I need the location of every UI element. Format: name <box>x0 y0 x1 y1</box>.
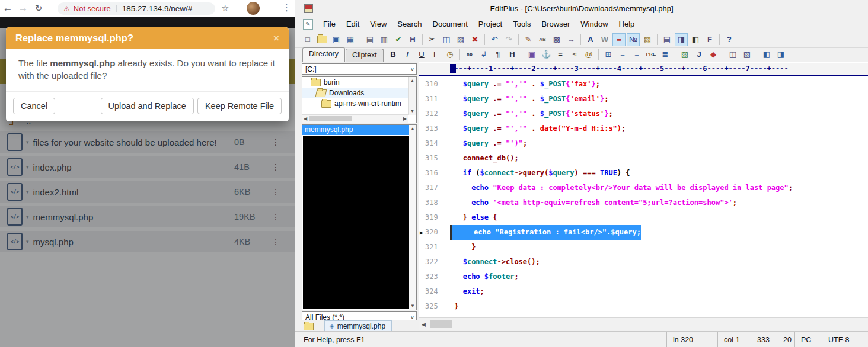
tree-item-api-ms-win-crt-runtim[interactable]: api-ms-win-crt-runtim <box>302 98 416 109</box>
code-editor[interactable]: ----+----1----+----2----+----3----+----4… <box>419 62 868 317</box>
tree-item-downloads[interactable]: Downloads <box>302 88 416 98</box>
new-file-button[interactable]: □ <box>301 33 314 46</box>
java-applet-button[interactable]: J <box>693 48 706 61</box>
tree-horizontal-scrollbar[interactable]: ◀ ▶ <box>302 114 408 123</box>
line-break-button[interactable]: ↲ <box>477 48 490 61</box>
editor-horizontal-scrollbar[interactable]: ◀ <box>419 317 868 330</box>
menu-help[interactable]: Help <box>614 20 640 28</box>
script-tag-button[interactable]: ▨ <box>678 48 691 61</box>
redo-button[interactable]: ↷ <box>502 33 515 46</box>
mailto-button[interactable]: @ <box>582 48 595 61</box>
spell-check-button[interactable]: ✔ <box>392 33 405 46</box>
match-brace-button[interactable]: AB <box>536 33 549 46</box>
menu-tools[interactable]: Tools <box>508 20 536 28</box>
font-button[interactable]: A <box>584 33 597 46</box>
paste-button[interactable]: ▨ <box>454 33 467 46</box>
menu-view[interactable]: View <box>365 20 392 28</box>
highlight-marker-button[interactable]: ✎ <box>522 33 535 46</box>
copy-tag-button[interactable]: ◫ <box>726 48 739 61</box>
filelist-vertical-scrollbar[interactable]: ▲ ▼ <box>409 125 416 310</box>
align-left-button[interactable]: ≡ <box>616 48 629 61</box>
show-marks-button[interactable]: ≡ <box>612 33 626 46</box>
upload-and-replace-button[interactable]: Upload and Replace <box>101 98 194 114</box>
horizontal-rule-button[interactable]: = <box>554 48 567 61</box>
nbsp-button[interactable]: nb <box>463 48 476 61</box>
print-preview-button[interactable]: ▤ <box>363 33 376 46</box>
duplicate-line-button[interactable]: ▩ <box>550 33 563 46</box>
scrollbar-thumb[interactable] <box>430 320 452 328</box>
color-picker-button[interactable]: ◆ <box>707 48 720 61</box>
tree-vertical-scrollbar[interactable]: ▲ ▼ <box>408 77 416 115</box>
menu-project[interactable]: Project <box>473 20 508 28</box>
keep-remote-file-button[interactable]: Keep Remote File <box>197 98 282 114</box>
cut-button[interactable]: ✂ <box>426 33 439 46</box>
bold-button[interactable]: B <box>387 48 400 61</box>
menu-edit[interactable]: Edit <box>341 20 365 28</box>
cancel-button[interactable]: Cancel <box>13 98 55 114</box>
directory-window-button[interactable]: ◨ <box>675 33 688 46</box>
scroll-left-icon[interactable]: ◀ <box>419 322 428 327</box>
italic-button[interactable]: I <box>401 48 414 61</box>
scroll-up-icon[interactable]: ▲ <box>410 78 415 83</box>
not-secure-label[interactable]: Not secure <box>74 4 111 13</box>
reload-icon[interactable]: ↻ <box>31 3 46 14</box>
menu-file[interactable]: File <box>318 20 341 28</box>
address-bar[interactable]: ⚠ Not secure 185.27.134.9/new/# <box>58 2 215 15</box>
combo-arrow-icon[interactable]: ∨ <box>410 64 414 74</box>
back-icon[interactable]: ← <box>0 2 15 14</box>
scroll-right-icon[interactable]: ▶ <box>403 116 407 121</box>
table-tag-button[interactable]: ⊞ <box>602 48 615 61</box>
word-wrap-button[interactable]: W <box>598 33 611 46</box>
url-text[interactable]: 185.27.134.9/new/# <box>122 4 193 13</box>
bookmark-star-icon[interactable]: ☆ <box>221 3 229 14</box>
tab-cliptext[interactable]: Cliptext <box>346 49 384 62</box>
selected-file-item[interactable]: memmysql.php <box>302 125 409 135</box>
save-button[interactable]: ▣ <box>330 33 343 46</box>
document-properties-button[interactable]: ▧ <box>641 33 654 46</box>
forward-icon[interactable]: → <box>15 2 31 14</box>
document-menu-icon[interactable]: ✎ <box>303 19 313 30</box>
copy-button[interactable]: ◫ <box>440 33 453 46</box>
delete-button[interactable]: ✖ <box>468 33 481 46</box>
output-window-button[interactable]: ◧ <box>689 33 702 46</box>
scroll-up-icon[interactable]: ▲ <box>410 126 415 131</box>
folder-button-icon[interactable] <box>304 323 314 330</box>
paragraph-button[interactable]: ¶ <box>492 48 505 61</box>
print-button[interactable]: ▥ <box>378 33 391 46</box>
context-help-button[interactable]: ? <box>723 33 736 46</box>
html-document-button[interactable]: H <box>406 33 419 46</box>
tile-vertical-button[interactable]: ◨ <box>774 48 787 61</box>
scroll-left-icon[interactable]: ◀ <box>304 116 307 121</box>
align-right-button[interactable]: ≡ <box>630 48 643 61</box>
scrollbar-thumb[interactable] <box>309 116 352 121</box>
heading-button[interactable]: H <box>506 48 519 61</box>
underline-button[interactable]: U <box>415 48 428 61</box>
profile-avatar[interactable] <box>247 2 260 15</box>
pre-tag-button[interactable]: PRE <box>644 48 658 61</box>
save-all-button[interactable]: ▦ <box>344 33 357 46</box>
paste-tag-button[interactable]: ▧ <box>741 48 754 61</box>
menu-window[interactable]: Window <box>575 20 613 28</box>
browser-menu-icon[interactable]: ⋮ <box>282 2 291 13</box>
drive-selector[interactable]: [C:] ∨ <box>302 63 417 75</box>
tree-item-burin[interactable]: burin <box>302 77 416 88</box>
image-tag-button[interactable]: ▣ <box>525 48 538 61</box>
undo-button[interactable]: ↶ <box>488 33 501 46</box>
scroll-down-icon[interactable]: ▼ <box>410 108 415 114</box>
font-tag-button[interactable]: F <box>429 48 442 61</box>
menu-document[interactable]: Document <box>427 20 473 28</box>
tab-directory[interactable]: Directory <box>302 47 345 62</box>
open-file-button[interactable] <box>315 33 328 46</box>
close-icon[interactable]: × <box>273 33 279 44</box>
menu-search[interactable]: Search <box>392 20 427 28</box>
anchor-button[interactable]: ⚓ <box>540 48 553 61</box>
comment-tag-button[interactable]: <! <box>568 48 581 61</box>
scroll-down-icon[interactable]: ▼ <box>410 303 415 309</box>
tile-horizontal-button[interactable]: ◧ <box>760 48 773 61</box>
list-tag-button[interactable]: ≣ <box>659 48 672 61</box>
function-list-button[interactable]: F <box>703 33 716 46</box>
datetime-button[interactable]: ◷ <box>443 48 457 61</box>
auto-indent-button[interactable]: → <box>564 33 577 46</box>
window-list-button[interactable]: ▤ <box>660 33 674 46</box>
line-numbers-button[interactable]: № <box>627 33 640 46</box>
